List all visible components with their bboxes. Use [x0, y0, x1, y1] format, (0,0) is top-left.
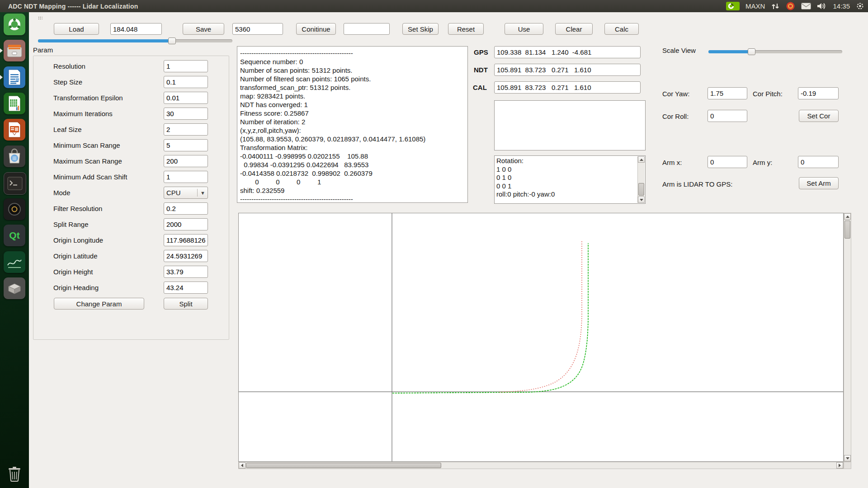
param-row: Minimum Add Scan Shift: [53, 171, 208, 183]
plot-vscroll-thumb[interactable]: [844, 221, 850, 239]
param-input[interactable]: [164, 234, 208, 246]
param-input[interactable]: [164, 108, 208, 120]
cor-pitch-label: Cor Pitch:: [753, 90, 783, 98]
save-value-input[interactable]: [232, 23, 283, 35]
param-label: Leaf Size: [53, 126, 82, 133]
param-input[interactable]: [164, 60, 208, 72]
dock-item-file-manager[interactable]: [4, 40, 25, 61]
dock-item-disk-tool[interactable]: [4, 277, 25, 299]
scale-view-slider[interactable]: [708, 48, 842, 55]
dock-item-ubuntu-dash[interactable]: [4, 14, 25, 35]
session-gear-icon[interactable]: [856, 2, 864, 10]
change-param-button[interactable]: Change Param: [54, 298, 144, 310]
reset-button[interactable]: Reset: [448, 23, 484, 35]
param-input[interactable]: [164, 171, 208, 183]
dock-item-dark-app[interactable]: [4, 198, 25, 220]
log-line: 0.99834 -0.0391295 0.0422694 83.9553: [240, 160, 465, 169]
nvidia-icon[interactable]: [726, 2, 740, 10]
cor-yaw-input[interactable]: [708, 87, 747, 99]
save-button[interactable]: Save: [183, 23, 224, 35]
continue-value-input[interactable]: [344, 23, 390, 35]
scroll-down-icon[interactable]: [638, 197, 645, 203]
sequence-slider-handle[interactable]: [168, 38, 176, 44]
mode-select[interactable]: CPU ▼: [164, 187, 208, 199]
dock-item-qt-creator[interactable]: Qt: [4, 225, 25, 246]
load-button[interactable]: Load: [54, 23, 99, 35]
rotation-scrollbar[interactable]: [637, 156, 645, 203]
param-input[interactable]: [164, 76, 208, 88]
arm-x-input[interactable]: [708, 156, 747, 168]
param-row: Origin Latitude: [53, 250, 208, 262]
log-line: shift: 0.232559: [240, 186, 465, 195]
network-updown-icon[interactable]: [771, 3, 780, 10]
param-input[interactable]: [164, 218, 208, 230]
param-label: Split Range: [53, 221, 89, 228]
calc-button[interactable]: Calc: [604, 23, 639, 35]
clear-button[interactable]: Clear: [555, 23, 593, 35]
param-input[interactable]: [164, 155, 208, 167]
param-label: Minimum Add Scan Shift: [53, 173, 127, 181]
param-input[interactable]: [164, 123, 208, 136]
volume-icon[interactable]: [817, 2, 827, 10]
arm-y-label: Arm y:: [753, 159, 772, 166]
param-label: Transformation Epsilon: [53, 94, 123, 102]
scroll-right-icon[interactable]: [836, 462, 843, 469]
ndt-value-input[interactable]: [494, 64, 641, 76]
dock-item-ubuntu-software[interactable]: [4, 145, 25, 167]
cal-label: CAL: [473, 84, 487, 91]
plot-horizontal-scrollbar[interactable]: [238, 462, 844, 469]
aux-display-panel: [494, 100, 646, 150]
param-input[interactable]: [164, 139, 208, 151]
continue-button[interactable]: Conitinue: [296, 23, 336, 35]
arm-y-input[interactable]: [798, 156, 839, 168]
log-line: ----------------------------------------…: [240, 49, 465, 57]
sequence-slider[interactable]: [38, 38, 232, 44]
plot-hscroll-thumb[interactable]: [246, 463, 441, 468]
log-line: Fitness score: 0.25867: [240, 109, 465, 117]
param-input[interactable]: [164, 250, 208, 262]
param-input[interactable]: [164, 266, 208, 278]
plot-vertical-scrollbar[interactable]: [844, 213, 851, 462]
rotation-line: roll:0 pitch:-0 yaw:0: [496, 190, 643, 199]
gpu-mode-label[interactable]: MAXN: [745, 2, 765, 10]
param-input[interactable]: [164, 92, 208, 104]
split-button[interactable]: Split: [164, 298, 208, 310]
set-skip-button[interactable]: Set Skip: [402, 23, 439, 35]
mail-icon[interactable]: [801, 3, 811, 9]
dock-item-trash[interactable]: [4, 463, 25, 484]
rotation-text: Rotation:1 0 00 1 00 0 1roll:0 pitch:-0 …: [495, 156, 645, 200]
dock-item-terminal[interactable]: [4, 172, 26, 195]
scroll-left-icon[interactable]: [239, 462, 245, 469]
log-line: 0 0 0 1: [240, 178, 465, 186]
scale-view-slider-handle[interactable]: [748, 48, 755, 55]
param-row: Split Range: [53, 218, 208, 230]
param-input[interactable]: [164, 202, 208, 215]
dock-item-libreoffice-writer[interactable]: [4, 66, 25, 88]
log-line: Number of iteration: 2: [240, 117, 465, 126]
scroll-up-icon[interactable]: [638, 156, 645, 163]
dock-item-libreoffice-impress[interactable]: [4, 119, 25, 141]
load-value-input[interactable]: [110, 23, 162, 35]
cor-pitch-input[interactable]: [798, 87, 839, 99]
scroll-down-icon[interactable]: [844, 455, 851, 461]
param-input[interactable]: [164, 282, 208, 294]
use-button[interactable]: Use: [505, 23, 543, 35]
toolbar-grip[interactable]: [38, 16, 42, 20]
trajectory-canvas[interactable]: [238, 213, 844, 462]
cor-roll-input[interactable]: [708, 110, 747, 122]
scroll-up-icon[interactable]: [844, 213, 851, 220]
gps-value-input[interactable]: [494, 46, 641, 58]
clock[interactable]: 14:35: [833, 2, 850, 10]
ndt-label: NDT: [474, 66, 488, 74]
param-row-mode: Mode CPU ▼: [53, 187, 208, 199]
param-label: Origin Longitude: [53, 236, 103, 244]
param-row: Origin Heading: [53, 282, 208, 294]
dock-item-mapping-app[interactable]: [4, 251, 25, 273]
cal-value-input[interactable]: [494, 81, 641, 94]
input-method-icon[interactable]: [786, 1, 795, 11]
dock-item-libreoffice-calc[interactable]: [4, 93, 25, 114]
param-row: Minimum Scan Range: [53, 139, 208, 151]
rotation-scrollbar-thumb[interactable]: [638, 183, 644, 196]
set-arm-button[interactable]: Set Arm: [799, 177, 839, 189]
set-cor-button[interactable]: Set Cor: [799, 110, 839, 122]
